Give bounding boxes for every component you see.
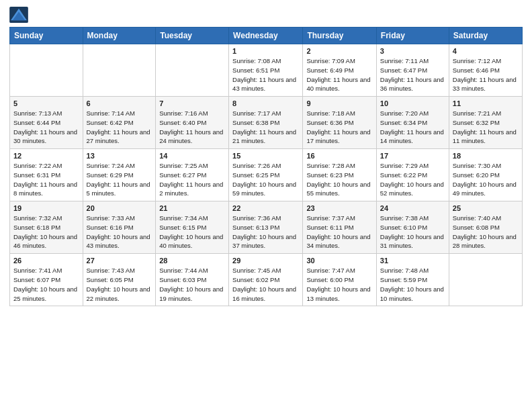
day-info: Sunrise: 7:34 AM Sunset: 6:15 PM Dayligh… [159,214,225,250]
day-number: 6 [87,99,152,107]
day-info: Sunrise: 7:20 AM Sunset: 6:34 PM Dayligh… [380,109,445,146]
day-info: Sunrise: 7:37 AM Sunset: 6:11 PM Dayligh… [306,214,372,250]
day-number: 14 [159,152,225,160]
logo-icon [9,7,28,23]
day-number: 12 [13,152,79,160]
day-info: Sunrise: 7:45 AM Sunset: 6:02 PM Dayligh… [232,266,299,303]
calendar-week-row: 1Sunrise: 7:08 AM Sunset: 6:51 PM Daylig… [10,44,523,97]
day-info: Sunrise: 7:12 AM Sunset: 6:46 PM Dayligh… [453,56,519,93]
day-number: 28 [159,257,225,265]
day-info: Sunrise: 7:32 AM Sunset: 6:18 PM Dayligh… [13,214,79,250]
day-number: 4 [453,47,519,55]
day-info: Sunrise: 7:24 AM Sunset: 6:29 PM Dayligh… [87,161,152,198]
calendar-cell: 14Sunrise: 7:25 AM Sunset: 6:27 PM Dayli… [156,149,229,201]
day-info: Sunrise: 7:13 AM Sunset: 6:44 PM Dayligh… [13,109,79,146]
day-info: Sunrise: 7:48 AM Sunset: 5:59 PM Dayligh… [380,266,445,303]
calendar-cell: 22Sunrise: 7:36 AM Sunset: 6:13 PM Dayli… [229,201,303,254]
calendar-cell: 25Sunrise: 7:40 AM Sunset: 6:08 PM Dayli… [449,201,522,254]
day-info: Sunrise: 7:21 AM Sunset: 6:32 PM Dayligh… [453,109,519,146]
calendar-cell [10,44,83,97]
calendar-cell [156,44,229,97]
calendar-week-row: 26Sunrise: 7:41 AM Sunset: 6:07 PM Dayli… [10,254,523,306]
day-number: 1 [232,47,299,55]
day-info: Sunrise: 7:26 AM Sunset: 6:25 PM Dayligh… [232,161,299,198]
calendar-week-row: 19Sunrise: 7:32 AM Sunset: 6:18 PM Dayli… [10,201,523,254]
calendar-cell: 1Sunrise: 7:08 AM Sunset: 6:51 PM Daylig… [229,44,303,97]
weekday-header-tuesday: Tuesday [156,28,229,44]
day-number: 18 [453,152,519,160]
day-info: Sunrise: 7:14 AM Sunset: 6:42 PM Dayligh… [87,109,152,146]
weekday-header-monday: Monday [83,28,156,44]
calendar-cell: 29Sunrise: 7:45 AM Sunset: 6:02 PM Dayli… [229,254,303,306]
weekday-header-thursday: Thursday [303,28,376,44]
day-number: 15 [232,152,299,160]
calendar-cell: 28Sunrise: 7:44 AM Sunset: 6:03 PM Dayli… [156,254,229,306]
day-number: 10 [380,99,445,107]
day-number: 30 [306,257,372,265]
calendar-week-row: 12Sunrise: 7:22 AM Sunset: 6:31 PM Dayli… [10,149,523,201]
weekday-header-friday: Friday [376,28,449,44]
calendar-cell [83,44,156,97]
calendar-cell: 10Sunrise: 7:20 AM Sunset: 6:34 PM Dayli… [376,97,449,149]
calendar-body: 1Sunrise: 7:08 AM Sunset: 6:51 PM Daylig… [10,44,523,306]
day-info: Sunrise: 7:28 AM Sunset: 6:23 PM Dayligh… [306,161,372,198]
calendar-cell: 2Sunrise: 7:09 AM Sunset: 6:49 PM Daylig… [303,44,376,97]
calendar-cell: 15Sunrise: 7:26 AM Sunset: 6:25 PM Dayli… [229,149,303,201]
calendar-cell: 20Sunrise: 7:33 AM Sunset: 6:16 PM Dayli… [83,201,156,254]
calendar-cell: 7Sunrise: 7:16 AM Sunset: 6:40 PM Daylig… [156,97,229,149]
day-info: Sunrise: 7:22 AM Sunset: 6:31 PM Dayligh… [13,161,79,198]
calendar-cell: 11Sunrise: 7:21 AM Sunset: 6:32 PM Dayli… [449,97,522,149]
day-info: Sunrise: 7:18 AM Sunset: 6:36 PM Dayligh… [306,109,372,146]
day-info: Sunrise: 7:36 AM Sunset: 6:13 PM Dayligh… [232,214,299,250]
calendar-cell: 21Sunrise: 7:34 AM Sunset: 6:15 PM Dayli… [156,201,229,254]
day-info: Sunrise: 7:43 AM Sunset: 6:05 PM Dayligh… [87,266,152,303]
calendar-cell: 24Sunrise: 7:38 AM Sunset: 6:10 PM Dayli… [376,201,449,254]
calendar-week-row: 5Sunrise: 7:13 AM Sunset: 6:44 PM Daylig… [10,97,523,149]
day-number: 27 [87,257,152,265]
calendar-cell: 4Sunrise: 7:12 AM Sunset: 6:46 PM Daylig… [449,44,522,97]
calendar-cell: 5Sunrise: 7:13 AM Sunset: 6:44 PM Daylig… [10,97,83,149]
page-container: SundayMondayTuesdayWednesdayThursdayFrid… [0,0,532,312]
calendar-header-row: SundayMondayTuesdayWednesdayThursdayFrid… [10,28,523,44]
calendar: SundayMondayTuesdayWednesdayThursdayFrid… [9,27,523,306]
calendar-cell: 27Sunrise: 7:43 AM Sunset: 6:05 PM Dayli… [83,254,156,306]
calendar-cell: 31Sunrise: 7:48 AM Sunset: 5:59 PM Dayli… [376,254,449,306]
calendar-cell: 18Sunrise: 7:30 AM Sunset: 6:20 PM Dayli… [449,149,522,201]
logo [9,7,31,23]
calendar-cell: 23Sunrise: 7:37 AM Sunset: 6:11 PM Dayli… [303,201,376,254]
day-number: 7 [159,99,225,107]
calendar-cell: 9Sunrise: 7:18 AM Sunset: 6:36 PM Daylig… [303,97,376,149]
day-number: 17 [380,152,445,160]
day-info: Sunrise: 7:08 AM Sunset: 6:51 PM Dayligh… [232,56,299,93]
day-info: Sunrise: 7:30 AM Sunset: 6:20 PM Dayligh… [453,161,519,198]
day-number: 29 [232,257,299,265]
calendar-cell: 8Sunrise: 7:17 AM Sunset: 6:38 PM Daylig… [229,97,303,149]
day-number: 23 [306,204,372,212]
day-number: 8 [232,99,299,107]
weekday-header-wednesday: Wednesday [229,28,303,44]
calendar-cell [449,254,522,306]
weekday-header-saturday: Saturday [449,28,522,44]
day-number: 13 [87,152,152,160]
day-info: Sunrise: 7:09 AM Sunset: 6:49 PM Dayligh… [306,56,372,93]
day-number: 9 [306,99,372,107]
day-number: 21 [159,204,225,212]
calendar-cell: 13Sunrise: 7:24 AM Sunset: 6:29 PM Dayli… [83,149,156,201]
weekday-header-sunday: Sunday [10,28,83,44]
day-number: 11 [453,99,519,107]
calendar-cell: 3Sunrise: 7:11 AM Sunset: 6:47 PM Daylig… [376,44,449,97]
day-info: Sunrise: 7:47 AM Sunset: 6:00 PM Dayligh… [306,266,372,303]
day-number: 26 [13,257,79,265]
day-info: Sunrise: 7:44 AM Sunset: 6:03 PM Dayligh… [159,266,225,303]
day-number: 16 [306,152,372,160]
day-info: Sunrise: 7:16 AM Sunset: 6:40 PM Dayligh… [159,109,225,146]
day-info: Sunrise: 7:29 AM Sunset: 6:22 PM Dayligh… [380,161,445,198]
day-info: Sunrise: 7:11 AM Sunset: 6:47 PM Dayligh… [380,56,445,93]
day-info: Sunrise: 7:33 AM Sunset: 6:16 PM Dayligh… [87,214,152,250]
calendar-cell: 6Sunrise: 7:14 AM Sunset: 6:42 PM Daylig… [83,97,156,149]
calendar-cell: 19Sunrise: 7:32 AM Sunset: 6:18 PM Dayli… [10,201,83,254]
day-number: 22 [232,204,299,212]
day-number: 31 [380,257,445,265]
day-info: Sunrise: 7:17 AM Sunset: 6:38 PM Dayligh… [232,109,299,146]
day-number: 19 [13,204,79,212]
